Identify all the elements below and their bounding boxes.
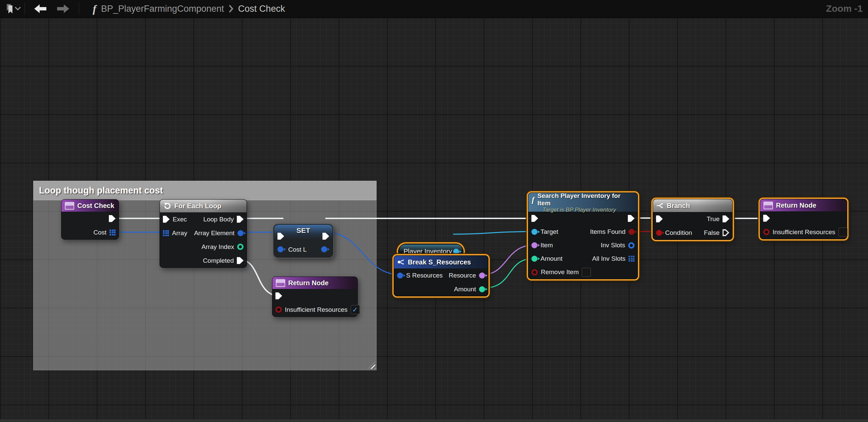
- pin-row: [528, 212, 638, 225]
- function-icon: f: [93, 2, 96, 16]
- bool-out-pin[interactable]: [628, 229, 634, 235]
- numeric-in-pin[interactable]: [531, 256, 537, 262]
- node-branch[interactable]: Branch True Condition False: [653, 199, 733, 240]
- numeric-out-pin[interactable]: [479, 286, 485, 292]
- array-pin[interactable]: [110, 230, 116, 236]
- node-subtitle: Target is BP Player Inventory: [532, 207, 616, 213]
- bookmark-icon: [5, 3, 15, 14]
- bool-in-pin[interactable]: [656, 230, 662, 236]
- pin-row: Remove Item: [528, 265, 638, 279]
- pin-row: Array Index: [160, 240, 247, 254]
- pin-row: Condition False: [653, 226, 732, 240]
- exec-in-pin[interactable]: [531, 215, 538, 222]
- node-title: For Each Loop: [174, 202, 221, 210]
- exec-false-pin[interactable]: [722, 229, 729, 237]
- remove-item-checkbox[interactable]: [582, 268, 591, 277]
- pin-row: True: [653, 212, 732, 226]
- pin-label: Insufficient Resources: [773, 229, 835, 236]
- node-for-each-loop[interactable]: For Each Loop Exec Loop Body Array Array…: [160, 199, 247, 268]
- node-return-1[interactable]: Return Node Insufficient Resources: [272, 276, 358, 317]
- pin-label: Condition: [665, 229, 692, 237]
- enum-out-pin[interactable]: [479, 272, 485, 278]
- exec-true-pin[interactable]: [722, 215, 729, 223]
- node-title: Break S_Resources: [408, 259, 471, 266]
- pin-row: Exec Loop Body: [160, 212, 247, 226]
- struct-out-pin[interactable]: [238, 230, 244, 236]
- exec-out-pin[interactable]: [628, 215, 634, 222]
- pin-label: Cost L: [288, 246, 307, 253]
- bookmark-button[interactable]: [5, 2, 15, 16]
- pin-label: Item: [540, 242, 553, 249]
- exec-out-pin[interactable]: [109, 215, 116, 222]
- variable-label: Player Inventory: [402, 248, 453, 255]
- object-out-pin[interactable]: [453, 249, 459, 255]
- pin-row: Insufficient Resources: [760, 225, 847, 239]
- pin-row: [272, 289, 358, 303]
- pin-label: Array: [172, 230, 187, 237]
- node-title: Return Node: [288, 279, 329, 287]
- object-in-pin[interactable]: [531, 229, 537, 235]
- node-return-2[interactable]: Return Node Insufficient Resources: [760, 199, 847, 239]
- pin-label: Amount: [540, 255, 562, 263]
- pin-label: Items Found: [590, 228, 625, 236]
- node-break-s-resources[interactable]: Break S_Resources S Resources Resource A…: [394, 255, 488, 296]
- branch-icon: [656, 203, 664, 209]
- pin-row: Cost: [61, 225, 119, 239]
- bool-in-pin[interactable]: [275, 306, 282, 313]
- forward-button[interactable]: [52, 2, 75, 16]
- break-struct-icon: [397, 259, 405, 265]
- bool-in-pin[interactable]: [531, 269, 538, 275]
- pin-row: [760, 211, 847, 225]
- exec-out-pin[interactable]: [237, 216, 244, 223]
- pin-row: Item Inv Slots: [528, 239, 638, 252]
- array-pin[interactable]: [163, 230, 169, 236]
- node-search-player-inventory[interactable]: f Search Player Inventory for Item Targe…: [528, 192, 638, 279]
- pin-label: Loop Body: [203, 216, 234, 223]
- node-header: f Search Player Inventory for Item Targe…: [528, 193, 638, 212]
- exec-in-pin[interactable]: [763, 215, 770, 222]
- function-result-icon: [276, 279, 285, 287]
- struct-in-pin[interactable]: [397, 272, 403, 278]
- node-title: Branch: [667, 202, 690, 210]
- pin-label: Array Index: [202, 243, 234, 251]
- object-array-out-pin[interactable]: [628, 256, 634, 262]
- node-set-cost-l[interactable]: SET Cost L: [273, 223, 334, 259]
- node-cost-check[interactable]: Cost Check Cost: [61, 199, 119, 240]
- back-button[interactable]: [28, 2, 52, 16]
- pin-row: Completed: [160, 254, 247, 267]
- pin-label: All Inv Slots: [592, 255, 625, 263]
- function-entry-icon: [65, 202, 74, 210]
- exec-in-pin[interactable]: [275, 292, 282, 300]
- breadcrumb-root[interactable]: BP_PlayerFarmingComponent: [101, 4, 224, 14]
- node-header: Return Node: [272, 277, 358, 289]
- graph-canvas[interactable]: Loop though placement cost Cost Check: [0, 18, 868, 422]
- node-header: Branch: [653, 199, 732, 212]
- bool-in-pin[interactable]: [763, 229, 770, 235]
- loop-icon: [163, 202, 171, 210]
- struct-in-pin[interactable]: [277, 246, 283, 252]
- chevron-down-icon: [15, 7, 21, 11]
- bookmark-dropdown[interactable]: [15, 2, 21, 16]
- insufficient-resources-checkbox[interactable]: [351, 305, 360, 314]
- struct-out-pin[interactable]: [321, 246, 327, 252]
- enum-in-pin[interactable]: [531, 242, 537, 248]
- breadcrumb: BP_PlayerFarmingComponent Cost Check: [101, 2, 285, 16]
- node-header: For Each Loop: [160, 200, 247, 212]
- exec-in-pin[interactable]: [163, 216, 169, 223]
- pin-label: Completed: [203, 257, 234, 264]
- pin-label: Target: [540, 228, 558, 236]
- insufficient-resources-checkbox[interactable]: [838, 228, 847, 237]
- pin-row: Array Array Element: [160, 226, 247, 240]
- exec-out-pin[interactable]: [237, 257, 244, 264]
- exec-in-pin[interactable]: [656, 215, 663, 223]
- blueprint-toolbar: f BP_PlayerFarmingComponent Cost Check Z…: [0, 0, 868, 18]
- breadcrumb-current[interactable]: Cost Check: [238, 4, 285, 14]
- int-out-pin[interactable]: [237, 244, 244, 250]
- pin-label: Remove Item: [541, 268, 579, 276]
- node-header: Break S_Resources: [394, 256, 488, 268]
- wire-costl-sresources: [326, 232, 401, 275]
- pin-label: Array Element: [194, 230, 235, 237]
- pin-label: Exec: [173, 216, 187, 223]
- breadcrumb-chevron-icon: [229, 5, 234, 12]
- object-out-pin[interactable]: [628, 242, 634, 249]
